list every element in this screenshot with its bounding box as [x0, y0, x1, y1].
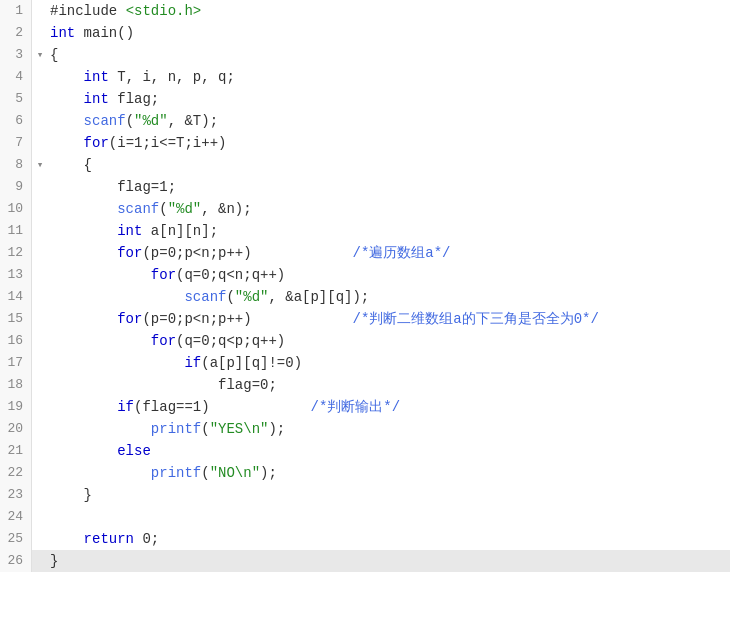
- code-content: for(q=0;q<p;q++): [48, 330, 730, 352]
- code-line-21: 21 else: [0, 440, 730, 462]
- code-line-5: 5 int flag;: [0, 88, 730, 110]
- code-content: scanf("%d", &a[p][q]);: [48, 286, 730, 308]
- code-line-23: 23 }: [0, 484, 730, 506]
- code-line-26: 26}: [0, 550, 730, 572]
- line-number: 19: [0, 396, 32, 418]
- code-line-18: 18 flag=0;: [0, 374, 730, 396]
- code-line-12: 12 for(p=0;p<n;p++) /*遍历数组a*/: [0, 242, 730, 264]
- line-number: 2: [0, 22, 32, 44]
- code-content: int a[n][n];: [48, 220, 730, 242]
- code-editor: 1#include <stdio.h>2int main()3▾{4 int T…: [0, 0, 730, 626]
- code-content: {: [48, 44, 730, 66]
- code-content: printf("YES\n");: [48, 418, 730, 440]
- code-line-15: 15 for(p=0;p<n;p++) /*判断二维数组a的下三角是否全为0*/: [0, 308, 730, 330]
- line-number: 23: [0, 484, 32, 506]
- line-number: 16: [0, 330, 32, 352]
- line-number: 7: [0, 132, 32, 154]
- line-number: 26: [0, 550, 32, 572]
- code-content: flag=1;: [48, 176, 730, 198]
- line-number: 11: [0, 220, 32, 242]
- line-number: 18: [0, 374, 32, 396]
- code-line-8: 8▾ {: [0, 154, 730, 176]
- code-line-24: 24: [0, 506, 730, 528]
- code-line-1: 1#include <stdio.h>: [0, 0, 730, 22]
- line-number: 6: [0, 110, 32, 132]
- line-number: 3: [0, 44, 32, 66]
- code-line-22: 22 printf("NO\n");: [0, 462, 730, 484]
- line-number: 25: [0, 528, 32, 550]
- code-line-25: 25 return 0;: [0, 528, 730, 550]
- line-number: 17: [0, 352, 32, 374]
- code-content: {: [48, 154, 730, 176]
- code-line-13: 13 for(q=0;q<n;q++): [0, 264, 730, 286]
- line-number: 22: [0, 462, 32, 484]
- fold-indicator[interactable]: ▾: [32, 154, 48, 176]
- code-line-19: 19 if(flag==1) /*判断输出*/: [0, 396, 730, 418]
- line-number: 8: [0, 154, 32, 176]
- line-number: 4: [0, 66, 32, 88]
- code-content: int flag;: [48, 88, 730, 110]
- code-line-20: 20 printf("YES\n");: [0, 418, 730, 440]
- code-line-2: 2int main(): [0, 22, 730, 44]
- code-line-4: 4 int T, i, n, p, q;: [0, 66, 730, 88]
- code-content: for(i=1;i<=T;i++): [48, 132, 730, 154]
- code-content: int T, i, n, p, q;: [48, 66, 730, 88]
- code-content: flag=0;: [48, 374, 730, 396]
- code-content: }: [48, 550, 730, 572]
- code-content: }: [48, 484, 730, 506]
- line-number: 1: [0, 0, 32, 22]
- code-line-7: 7 for(i=1;i<=T;i++): [0, 132, 730, 154]
- code-content: for(p=0;p<n;p++) /*判断二维数组a的下三角是否全为0*/: [48, 308, 730, 330]
- code-content: int main(): [48, 22, 730, 44]
- code-content: if(flag==1) /*判断输出*/: [48, 396, 730, 418]
- line-number: 10: [0, 198, 32, 220]
- line-number: 21: [0, 440, 32, 462]
- code-content: else: [48, 440, 730, 462]
- line-number: 15: [0, 308, 32, 330]
- code-content: #include <stdio.h>: [48, 0, 730, 22]
- code-content: return 0;: [48, 528, 730, 550]
- code-line-6: 6 scanf("%d", &T);: [0, 110, 730, 132]
- line-number: 20: [0, 418, 32, 440]
- line-number: 13: [0, 264, 32, 286]
- line-number: 5: [0, 88, 32, 110]
- code-content: scanf("%d", &n);: [48, 198, 730, 220]
- code-line-3: 3▾{: [0, 44, 730, 66]
- code-line-11: 11 int a[n][n];: [0, 220, 730, 242]
- code-line-17: 17 if(a[p][q]!=0): [0, 352, 730, 374]
- code-content: for(q=0;q<n;q++): [48, 264, 730, 286]
- line-number: 9: [0, 176, 32, 198]
- code-line-10: 10 scanf("%d", &n);: [0, 198, 730, 220]
- code-line-16: 16 for(q=0;q<p;q++): [0, 330, 730, 352]
- code-content: for(p=0;p<n;p++) /*遍历数组a*/: [48, 242, 730, 264]
- code-line-9: 9 flag=1;: [0, 176, 730, 198]
- fold-indicator[interactable]: ▾: [32, 44, 48, 66]
- line-number: 14: [0, 286, 32, 308]
- code-line-14: 14 scanf("%d", &a[p][q]);: [0, 286, 730, 308]
- code-content: printf("NO\n");: [48, 462, 730, 484]
- line-number: 12: [0, 242, 32, 264]
- line-number: 24: [0, 506, 32, 528]
- code-content: scanf("%d", &T);: [48, 110, 730, 132]
- code-content: if(a[p][q]!=0): [48, 352, 730, 374]
